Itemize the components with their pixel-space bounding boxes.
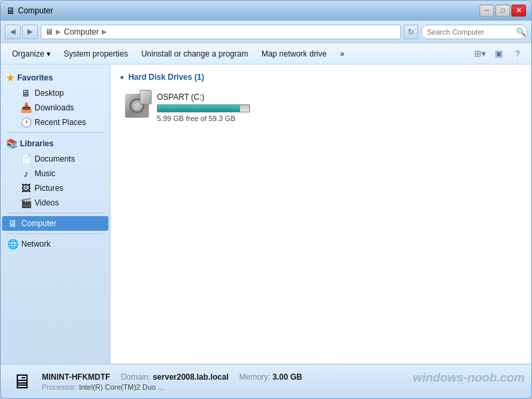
computer-name: MININT-HFKMDTF bbox=[42, 372, 110, 382]
memory-label: Memory: bbox=[239, 372, 271, 382]
organize-dropdown-icon: ▾ bbox=[47, 49, 51, 59]
sidebar-item-label-desktop: Desktop bbox=[35, 88, 64, 98]
sidebar-divider-1 bbox=[6, 132, 104, 133]
computer-section: 🖥 Computer bbox=[1, 216, 110, 231]
domain-label: Domain: bbox=[121, 372, 151, 382]
explorer-window: 🖥 Computer ─ □ ✕ ◀ ▶ 🖥 ▶ Computer ▶ ↻ 🔍 … bbox=[0, 0, 532, 399]
documents-icon: 📄 bbox=[21, 154, 31, 164]
drive-item-c[interactable]: OSPART (C:) 5.99 GB free of 59.3 GB bbox=[118, 88, 265, 126]
hdd-icon-shape bbox=[125, 94, 149, 118]
processor-value: Intel(R) Core(TM)2 Duo ... bbox=[79, 383, 164, 391]
nav-buttons: ◀ ▶ bbox=[5, 25, 38, 39]
pictures-icon: 🖼 bbox=[21, 183, 31, 194]
sidebar-item-label-music: Music bbox=[35, 169, 55, 178]
hdd-inner bbox=[130, 98, 144, 113]
forward-button[interactable]: ▶ bbox=[22, 25, 38, 39]
sidebar-item-computer[interactable]: 🖥 Computer bbox=[2, 216, 108, 231]
favorites-section: ★ Favorites 🖥 Desktop 📥 Downloads 🕐 Rece… bbox=[1, 70, 110, 130]
address-breadcrumb[interactable]: 🖥 ▶ Computer ▶ bbox=[41, 25, 401, 39]
network-section: 🌐 Network bbox=[1, 237, 110, 251]
watermark: windows-noob.com bbox=[413, 371, 525, 385]
breadcrumb-icon: 🖥 bbox=[45, 27, 53, 37]
videos-icon: 🎬 bbox=[21, 198, 31, 208]
sidebar-divider-3 bbox=[6, 233, 104, 234]
star-icon: ★ bbox=[6, 72, 15, 83]
title-bar-buttons: ─ □ ✕ bbox=[479, 5, 526, 17]
sidebar-item-documents[interactable]: 📄 Documents bbox=[2, 152, 108, 166]
organize-label: Organize bbox=[12, 49, 45, 59]
domain-value: server2008.lab.local bbox=[153, 372, 229, 382]
section-title: Hard Disk Drives (1) bbox=[118, 72, 523, 82]
desktop-icon: 🖥 bbox=[21, 88, 31, 98]
minimize-button[interactable]: ─ bbox=[479, 5, 494, 17]
sidebar-item-pictures[interactable]: 🖼 Pictures bbox=[2, 181, 108, 196]
favorites-header[interactable]: ★ Favorites bbox=[1, 70, 110, 86]
view-options-button[interactable]: ⊞▾ bbox=[471, 46, 489, 62]
title-bar-left: 🖥 Computer bbox=[6, 5, 53, 16]
sidebar-item-label-computer: Computer bbox=[21, 219, 57, 228]
music-icon: ♪ bbox=[21, 168, 31, 179]
drive-info: OSPART (C:) 5.99 GB free of 59.3 GB bbox=[157, 92, 259, 122]
pc-status-icon: 🖥 bbox=[9, 369, 35, 394]
libraries-label: Libraries bbox=[20, 139, 54, 148]
sidebar-item-label-downloads: Downloads bbox=[35, 103, 74, 112]
content-panel: Hard Disk Drives (1) OSPART (C:) 5.99 GB… bbox=[110, 65, 531, 364]
sidebar-item-music[interactable]: ♪ Music bbox=[2, 166, 108, 181]
breadcrumb-text: Computer bbox=[64, 27, 99, 37]
sidebar-item-label-network: Network bbox=[21, 239, 51, 249]
map-network-button[interactable]: Map network drive bbox=[255, 46, 332, 62]
sidebar-item-videos[interactable]: 🎬 Videos bbox=[2, 196, 108, 210]
sidebar-item-label-recent: Recent Places bbox=[35, 118, 86, 127]
section-title-text: Hard Disk Drives (1) bbox=[128, 72, 204, 82]
uninstall-button[interactable]: Uninstall or change a program bbox=[135, 46, 254, 62]
window-title: Computer bbox=[18, 6, 53, 15]
preview-pane-button[interactable]: ▣ bbox=[490, 46, 507, 62]
sidebar-item-recent-places[interactable]: 🕐 Recent Places bbox=[2, 115, 108, 130]
close-button[interactable]: ✕ bbox=[511, 5, 526, 17]
libraries-header[interactable]: 📚 Libraries bbox=[1, 136, 110, 152]
help-button[interactable]: ? bbox=[509, 46, 526, 62]
window-icon: 🖥 bbox=[6, 5, 15, 16]
refresh-button[interactable]: ↻ bbox=[404, 25, 418, 39]
sidebar-item-label-videos: Videos bbox=[35, 198, 59, 207]
sidebar-item-desktop[interactable]: 🖥 Desktop bbox=[2, 86, 108, 100]
search-input[interactable] bbox=[421, 25, 527, 39]
address-bar: ◀ ▶ 🖥 ▶ Computer ▶ ↻ 🔍 bbox=[1, 21, 531, 43]
title-bar: 🖥 Computer ─ □ ✕ bbox=[1, 1, 531, 21]
status-bar: 🖥 MININT-HFKMDTF Domain: server2008.lab.… bbox=[1, 364, 531, 398]
libraries-section: 📚 Libraries 📄 Documents ♪ Music 🖼 Pictur… bbox=[1, 136, 110, 210]
system-properties-button[interactable]: System properties bbox=[58, 46, 134, 62]
status-line1: MININT-HFKMDTF Domain: server2008.lab.lo… bbox=[42, 372, 303, 382]
recent-places-icon: 🕐 bbox=[21, 117, 31, 128]
sidebar: ★ Favorites 🖥 Desktop 📥 Downloads 🕐 Rece… bbox=[1, 65, 110, 364]
sidebar-item-downloads[interactable]: 📥 Downloads bbox=[2, 100, 108, 115]
more-toolbar-button[interactable]: » bbox=[334, 46, 350, 62]
drive-progress-fill bbox=[158, 105, 240, 112]
favorites-label: Favorites bbox=[17, 73, 53, 82]
processor-label: Processor: bbox=[42, 383, 77, 391]
breadcrumb-separator-2: ▶ bbox=[102, 28, 107, 35]
main-area: ★ Favorites 🖥 Desktop 📥 Downloads 🕐 Rece… bbox=[1, 65, 531, 364]
sidebar-divider-2 bbox=[6, 213, 104, 213]
back-button[interactable]: ◀ bbox=[5, 25, 21, 39]
status-info: MININT-HFKMDTF Domain: server2008.lab.lo… bbox=[42, 372, 303, 391]
toolbar: Organize ▾ System properties Uninstall o… bbox=[1, 43, 531, 65]
domain-info: Domain: server2008.lab.local bbox=[121, 372, 229, 382]
search-icon[interactable]: 🔍 bbox=[514, 25, 527, 39]
sidebar-item-label-documents: Documents bbox=[35, 154, 75, 164]
network-icon: 🌐 bbox=[7, 239, 18, 249]
computer-icon: 🖥 bbox=[7, 218, 18, 229]
status-line2: Processor: Intel(R) Core(TM)2 Duo ... bbox=[42, 383, 303, 391]
memory-value: 3.00 GB bbox=[273, 372, 303, 382]
downloads-icon: 📥 bbox=[21, 102, 31, 113]
memory-info: Memory: 3.00 GB bbox=[239, 372, 303, 382]
sidebar-item-network[interactable]: 🌐 Network bbox=[2, 237, 108, 251]
drive-progress-bar bbox=[157, 104, 250, 112]
organize-button[interactable]: Organize ▾ bbox=[6, 46, 57, 62]
libraries-icon: 📚 bbox=[6, 138, 17, 149]
breadcrumb-separator-1: ▶ bbox=[56, 28, 61, 35]
sidebar-item-label-pictures: Pictures bbox=[35, 184, 63, 193]
maximize-button[interactable]: □ bbox=[495, 5, 510, 17]
drive-free-space: 5.99 GB free of 59.3 GB bbox=[157, 114, 259, 122]
drive-icon bbox=[124, 92, 150, 119]
